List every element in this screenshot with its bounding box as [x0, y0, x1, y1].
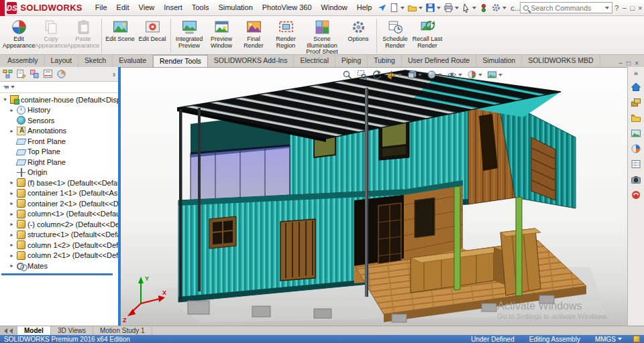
select-tool-button[interactable]	[460, 3, 478, 13]
tab-motion-study-1[interactable]: Motion Study 1	[93, 326, 152, 335]
options-button[interactable]	[490, 2, 508, 13]
hide-show-items-button[interactable]	[447, 70, 462, 80]
featuremanager-tab-icon[interactable]	[3, 69, 13, 79]
forum-icon[interactable]	[631, 190, 641, 200]
units-selector[interactable]: MMGS	[588, 336, 629, 343]
copy-appearance-button[interactable]: Copy Appearance	[35, 17, 67, 50]
tree-item-container-1[interactable]: ▸container 1<1> (Default<As Machined	[0, 188, 118, 199]
graphics-viewport[interactable]: Y X Z Activate Windows Go to Settings	[121, 67, 627, 326]
pin-menubar-icon[interactable]	[376, 3, 388, 13]
tree-item-front-plane[interactable]: Front Plane	[0, 136, 118, 147]
tab-piping[interactable]: Piping	[335, 55, 368, 67]
tree-item-column1-2[interactable]: ▸column 1<2> (Default<<Default>_Disp	[0, 240, 118, 251]
tab-evaluate[interactable]: Evaluate	[113, 55, 153, 67]
chevron-down-icon[interactable]	[498, 74, 502, 76]
zoom-to-area-button[interactable]	[357, 70, 367, 80]
appearances-scenes-icon[interactable]	[631, 143, 641, 154]
tree-item-structure[interactable]: ▸structure<1> (Default<<Default>_Disp	[0, 230, 118, 241]
container-house-model[interactable]: Y X Z	[121, 68, 627, 326]
search-input[interactable]	[531, 4, 603, 12]
scroll-tabs-left-icon[interactable]	[4, 328, 7, 334]
tab-render-tools[interactable]: Render Tools	[153, 55, 208, 67]
display-style-button[interactable]	[427, 70, 442, 80]
rebuild-button[interactable]	[478, 3, 490, 13]
menu-tools[interactable]: Tools	[187, 0, 214, 15]
document-minimize-button[interactable]: −	[619, 60, 623, 67]
paste-appearance-button[interactable]: Paste Appearance	[67, 17, 99, 50]
tag-icon[interactable]	[633, 336, 640, 342]
tree-item-right-plane[interactable]: Right Plane	[0, 157, 118, 167]
expand-arrow-icon[interactable]: ▸	[9, 221, 15, 227]
tree-item-origin[interactable]: Origin	[0, 167, 118, 178]
menu-help[interactable]: Help	[352, 0, 377, 15]
open-button[interactable]	[406, 2, 424, 13]
tab-user-defined-route[interactable]: User Defined Route	[402, 55, 476, 67]
menu-insert[interactable]: Insert	[159, 0, 187, 15]
tree-item-mates[interactable]: ▸Mates	[0, 261, 118, 271]
expand-arrow-icon[interactable]: ▸	[9, 232, 15, 238]
search-commands-box[interactable]	[520, 2, 612, 13]
tab-simulation[interactable]: Simulation	[476, 55, 522, 67]
preview-window-button[interactable]: Preview Window	[205, 17, 237, 50]
toolbar-overflow-label[interactable]: c...	[511, 4, 520, 12]
menu-photoview360[interactable]: PhotoView 360	[258, 0, 317, 15]
chevron-down-icon[interactable]	[478, 74, 482, 76]
tab-electrical[interactable]: Electrical	[294, 55, 335, 67]
design-library-icon[interactable]	[631, 97, 641, 108]
task-pane-collapse-icon[interactable]: «	[634, 69, 638, 77]
expand-arrow-icon[interactable]: ▸	[9, 242, 15, 248]
menu-view[interactable]: View	[134, 0, 160, 15]
previous-view-button[interactable]	[372, 70, 382, 80]
print-button[interactable]	[442, 2, 460, 13]
render-region-button[interactable]: Render Region	[270, 17, 302, 50]
chevron-down-icon[interactable]	[398, 74, 402, 76]
expand-arrow-icon[interactable]: ▸	[9, 211, 15, 217]
tab-3d-views[interactable]: 3D Views	[51, 326, 93, 335]
chevron-down-icon[interactable]	[419, 7, 423, 9]
chevron-down-icon[interactable]	[437, 7, 441, 9]
tree-item-column2-1[interactable]: ▸column 2<1> (Default<<Default>_Disp	[0, 251, 118, 261]
window-close-button[interactable]: ×	[636, 0, 644, 16]
chevron-down-icon[interactable]	[418, 74, 422, 76]
tree-item-container-house[interactable]: ▾container-house (Default<Display State-…	[0, 94, 118, 105]
dimxpertmanager-tab-icon[interactable]	[43, 69, 53, 79]
configurationmanager-tab-icon[interactable]	[30, 69, 40, 79]
view-orientation-button[interactable]	[407, 70, 422, 80]
document-close-button[interactable]: ×	[635, 60, 639, 67]
scene-illumination-proof-sheet-button[interactable]: Scene Illumination Proof Sheet	[302, 17, 342, 57]
save-button[interactable]	[424, 2, 442, 13]
options-ribbon-button[interactable]: Options	[342, 17, 374, 44]
tab-assembly[interactable]: Assembly	[1, 55, 45, 67]
search-scope-caret-icon[interactable]	[605, 7, 609, 9]
scroll-tabs-left-icon[interactable]	[9, 328, 13, 334]
expand-arrow-icon[interactable]: ▸	[9, 263, 15, 269]
window-minimize-button[interactable]: −	[621, 0, 629, 16]
tab-solidworks-add-ins[interactable]: SOLIDWORKS Add-Ins	[208, 55, 294, 67]
file-explorer-icon[interactable]	[631, 113, 641, 123]
tab-solidworks-mbd[interactable]: SOLIDWORKS MBD	[522, 55, 600, 67]
menu-file[interactable]: File	[91, 0, 112, 15]
render-camera-icon[interactable]	[631, 174, 641, 185]
tree-item-base[interactable]: ▸(f) base<1> (Default<<Default>_Displa	[0, 178, 118, 188]
filter-caret-icon[interactable]	[11, 86, 15, 88]
apply-scene-button[interactable]	[487, 70, 502, 80]
menu-simulation[interactable]: Simulation	[213, 0, 257, 15]
menu-edit[interactable]: Edit	[112, 0, 134, 15]
tab-model[interactable]: Model	[17, 326, 51, 335]
home-icon[interactable]	[631, 82, 641, 92]
displaymanager-tab-icon[interactable]	[56, 69, 66, 79]
integrated-preview-button[interactable]: Integrated Preview	[173, 17, 205, 50]
new-document-button[interactable]	[388, 2, 406, 13]
expand-arrow-icon[interactable]: ▸	[9, 107, 15, 113]
edit-decal-button[interactable]: Edit Decal	[136, 17, 168, 44]
panel-expand-icon[interactable]: ›	[113, 70, 115, 79]
tree-item-sensors[interactable]: Sensors	[0, 115, 118, 126]
edit-scene-button[interactable]: Edit Scene	[104, 17, 136, 44]
tree-item-history[interactable]: ▸History	[0, 105, 118, 116]
rollback-bar[interactable]	[1, 273, 113, 275]
tree-item-top-plane[interactable]: Top Plane	[0, 147, 118, 157]
document-restore-button[interactable]: □	[627, 60, 631, 67]
expand-arrow-icon[interactable]: ▸	[9, 128, 15, 134]
tree-filter[interactable]	[0, 82, 118, 93]
expand-arrow-icon[interactable]: ▾	[2, 96, 8, 102]
